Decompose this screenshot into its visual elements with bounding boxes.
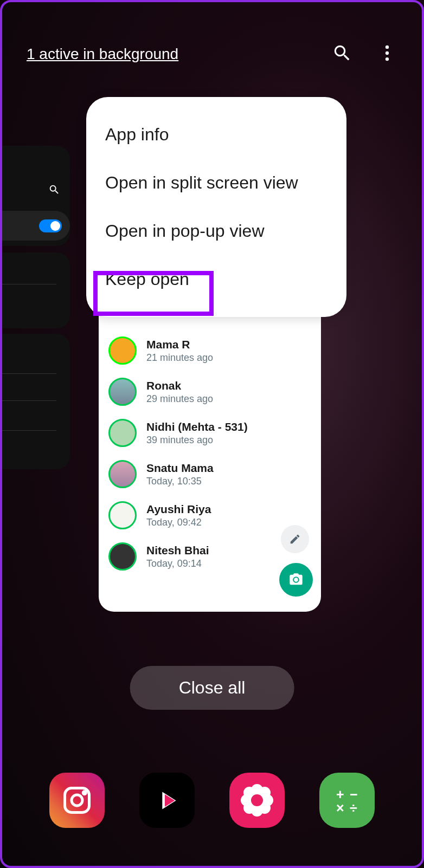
status-item[interactable]: Snatu Mama Today, 10:35 — [99, 454, 321, 495]
avatar — [108, 336, 137, 365]
status-time: 29 minutes ago — [146, 393, 311, 405]
side-toggle-row — [2, 211, 70, 241]
edit-fab[interactable] — [281, 525, 309, 553]
divider — [2, 284, 56, 284]
app-info-option[interactable]: App info — [86, 111, 346, 159]
top-actions — [332, 43, 397, 66]
keep-open-option[interactable]: Keep open — [86, 255, 346, 303]
camera-fab[interactable] — [279, 563, 313, 597]
divider — [2, 373, 56, 374]
recents-top-bar: 1 active in background — [2, 43, 422, 66]
status-time: Today, 09:42 — [146, 517, 311, 528]
svg-text:+: + — [336, 787, 344, 802]
calculator-app-icon[interactable]: +−×÷ — [319, 773, 375, 828]
status-item[interactable]: Nidhi (Mehta - 531) 39 minutes ago — [99, 412, 321, 454]
divider — [2, 400, 56, 401]
more-icon[interactable] — [377, 43, 397, 66]
status-name: Ronak — [146, 379, 311, 392]
avatar — [108, 460, 137, 488]
status-time: Today, 10:35 — [146, 476, 311, 487]
avatar — [108, 501, 137, 529]
dock: +−×÷ — [2, 773, 422, 828]
youtube-app-icon[interactable] — [139, 773, 195, 828]
side-app-card[interactable] — [2, 334, 70, 469]
active-background-link[interactable]: 1 active in background — [27, 46, 178, 63]
status-item[interactable]: Ronak 29 minutes ago — [99, 371, 321, 412]
gallery-app-icon[interactable] — [229, 773, 285, 828]
status-name: Mama R — [146, 338, 311, 351]
svg-text:÷: ÷ — [350, 800, 357, 815]
svg-point-1 — [386, 51, 389, 55]
svg-point-4 — [72, 795, 82, 806]
search-icon[interactable] — [332, 43, 352, 66]
app-options-popup: App info Open in split screen view Open … — [86, 97, 346, 317]
svg-point-0 — [386, 46, 389, 49]
divider — [2, 430, 56, 431]
status-name: Nidhi (Mehta - 531) — [146, 420, 311, 433]
svg-text:−: − — [350, 787, 358, 802]
avatar — [108, 378, 137, 406]
split-screen-option[interactable]: Open in split screen view — [86, 159, 346, 207]
side-app-card[interactable] — [2, 252, 70, 328]
svg-text:×: × — [336, 800, 344, 815]
status-name: Ayushi Riya — [146, 503, 311, 516]
avatar — [108, 419, 137, 447]
close-all-button[interactable]: Close all — [130, 666, 294, 710]
status-time: 39 minutes ago — [146, 435, 311, 446]
status-time: 21 minutes ago — [146, 352, 311, 364]
side-search-icon — [48, 184, 60, 198]
instagram-app-icon[interactable] — [49, 773, 105, 828]
svg-point-5 — [83, 792, 86, 794]
status-item[interactable]: Mama R 21 minutes ago — [99, 330, 321, 371]
svg-point-2 — [386, 57, 389, 61]
status-name: Snatu Mama — [146, 462, 311, 475]
popup-view-option[interactable]: Open in pop-up view — [86, 207, 346, 255]
avatar — [108, 542, 137, 571]
toggle-switch[interactable] — [39, 219, 62, 232]
